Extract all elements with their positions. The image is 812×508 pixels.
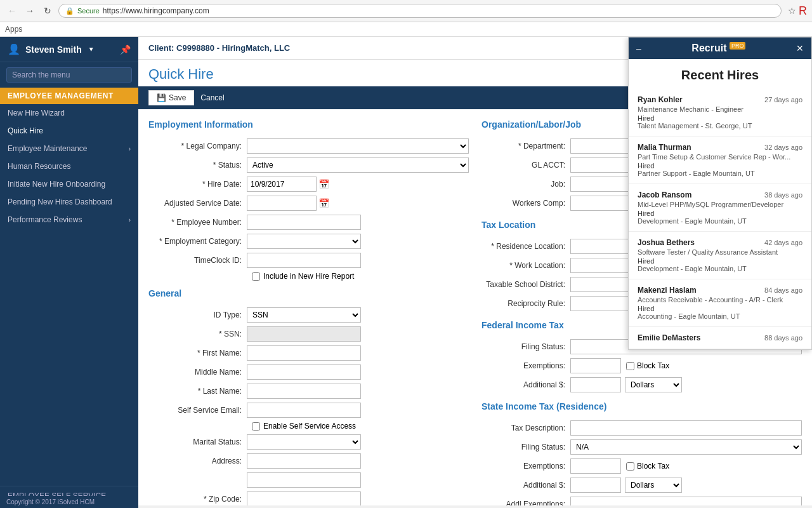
address2-group [148,472,469,488]
last-name-input[interactable] [247,384,361,399]
panel-title: Recent Hires [629,59,811,89]
hire-item[interactable]: Makenzi Haslam 84 days ago Accounts Rece… [629,279,811,327]
sidebar-section-header: EMPLOYEE MANAGEMENT [0,88,138,104]
adjusted-date-container: 📅 [247,196,329,211]
user-name-label: Steven Smith [25,44,82,55]
secure-label: Secure [77,7,100,15]
zip-code-input[interactable] [247,491,361,505]
hire-name: Ryan Kohler [638,95,683,104]
pin-icon[interactable]: 📌 [120,44,131,55]
cancel-button[interactable]: Cancel [200,93,224,102]
federal-additional-group: Additional $: Dollars [481,377,802,392]
hire-location: Development - Eagle Mountain, UT [638,217,802,225]
sidebar-item-initiate-onboarding[interactable]: Initiate New Hire Onboarding [0,175,138,193]
new-hire-report-checkbox[interactable] [252,272,260,281]
legal-company-select[interactable] [247,138,469,154]
employee-number-group: * Employee Number: [148,215,469,230]
taxable-school-label: Taxable School District: [481,280,570,289]
hire-date-input[interactable] [247,177,317,192]
calendar-icon[interactable]: 📅 [318,179,329,189]
state-tax-title: State Income Tax (Residence) [481,401,802,414]
last-name-label: * Last Name: [148,387,247,396]
marital-status-select[interactable] [247,434,361,450]
hire-item[interactable]: Emilie DeMasters 88 days ago [629,327,811,349]
hire-item[interactable]: Jacob Ransom 38 days ago Mid-Level PHP/M… [629,184,811,232]
zip-code-label: * Zip Code: [148,495,247,504]
panel-close-button[interactable]: ✕ [796,43,804,53]
employment-category-select[interactable] [247,234,361,249]
address-bar[interactable]: 🔒 Secure https://www.hiringcompany.com [58,4,782,18]
address-label: Address: [148,457,247,465]
state-exemptions-input[interactable] [570,458,621,474]
sidebar-item-employee-maintenance[interactable]: Employee Maintenance › [0,140,138,157]
state-filing-status-select[interactable]: N/A [570,439,802,455]
state-additional-input[interactable] [570,478,621,493]
state-dollars-select[interactable]: Dollars [625,478,682,493]
state-addl-exemptions-input[interactable] [570,497,802,505]
hire-status: Hired [638,305,802,312]
form-left: Employment Information * Legal Company: … [148,119,469,505]
block-tax-label-federal: Block Tax [637,361,669,370]
sidebar-item-label: Pending New Hires Dashboard [8,197,112,206]
residence-location-label: * Residence Location: [481,242,570,251]
calendar-icon-2[interactable]: 📅 [318,198,329,208]
hire-name: Joshua Bethers [638,238,695,247]
hire-item[interactable]: Ryan Kohler 27 days ago Maintenance Mech… [629,89,811,137]
timeclock-id-input[interactable] [247,253,361,268]
hire-item[interactable]: Joshua Bethers 42 days ago Software Test… [629,232,811,279]
hire-item-header: Joshua Bethers 42 days ago [638,238,802,247]
adjusted-date-input[interactable] [247,196,317,211]
browser-action-icons: ☆ R [788,4,807,18]
self-service-access-checkbox[interactable] [252,422,260,431]
sidebar-item-new-hire-wizard[interactable]: New Hire Wizard [0,104,138,122]
hire-days: 88 days ago [764,334,802,342]
block-tax-checkbox-state[interactable] [626,462,634,471]
hire-days: 32 days ago [764,144,802,151]
federal-additional-label: Additional $: [481,380,570,389]
block-tax-checkbox-federal[interactable] [626,362,634,370]
middle-name-label: Middle Name: [148,368,247,377]
middle-name-input[interactable] [247,364,361,380]
menu-icon[interactable]: R [799,4,807,18]
client-id: C9998880 - HiringMatch, LLC [176,43,290,53]
sidebar-item-human-resources[interactable]: Human Resources [0,157,138,175]
hire-item[interactable]: Malia Thurman 32 days ago Part Time Setu… [629,137,811,184]
state-addl-exemptions-label: Addl Exemptions: [481,500,570,505]
state-tax-description-input[interactable] [570,420,802,436]
id-type-select[interactable]: SSN [247,307,361,323]
state-additional-group: Additional $: Dollars [481,478,802,493]
user-chevron-icon: ▼ [88,46,95,53]
bookmark-icon[interactable]: ☆ [788,4,796,18]
sidebar-user[interactable]: 👤 Steven Smith ▼ 📌 [0,37,138,62]
save-button[interactable]: 💾 Save [148,90,194,105]
footer-copyright: Copyright © 2017 iSolved HCM [0,496,138,505]
panel-minimize-button[interactable]: – [636,43,641,53]
federal-additional-input[interactable] [570,377,621,392]
status-select[interactable]: Active [247,157,469,173]
sidebar-item-quick-hire[interactable]: Quick Hire [0,122,138,140]
hire-location: Accounting - Eagle Mountain, UT [638,312,802,320]
search-input[interactable] [6,67,132,83]
sidebar-item-pending-hires[interactable]: Pending New Hires Dashboard [0,193,138,211]
middle-name-group: Middle Name: [148,364,469,380]
federal-exemptions-input[interactable] [570,358,621,373]
refresh-button[interactable]: ↻ [41,4,55,18]
hire-item-header: Emilie DeMasters 88 days ago [638,333,802,342]
self-service-email-input[interactable] [247,403,361,418]
forward-button[interactable]: → [23,4,37,18]
hire-date-container: 📅 [247,177,329,192]
browser-chrome: ← → ↻ 🔒 Secure https://www.hiringcompany… [0,0,812,22]
hire-item-header: Ryan Kohler 27 days ago [638,95,802,104]
sidebar-item-performance-reviews[interactable]: Performance Reviews › [0,211,138,229]
employee-number-input[interactable] [247,215,361,230]
ssn-input[interactable] [247,326,361,342]
address2-input[interactable] [247,472,361,488]
back-button[interactable]: ← [5,4,19,18]
status-label: * Status: [148,161,247,170]
federal-dollars-select[interactable]: Dollars [625,377,682,392]
address-input[interactable] [247,453,361,469]
hire-date-label: * Hire Date: [148,180,247,189]
new-hire-report-label: Include in New Hire Report [263,272,354,281]
first-name-input[interactable] [247,345,361,361]
sidebar-item-label: New Hire Wizard [8,109,65,117]
